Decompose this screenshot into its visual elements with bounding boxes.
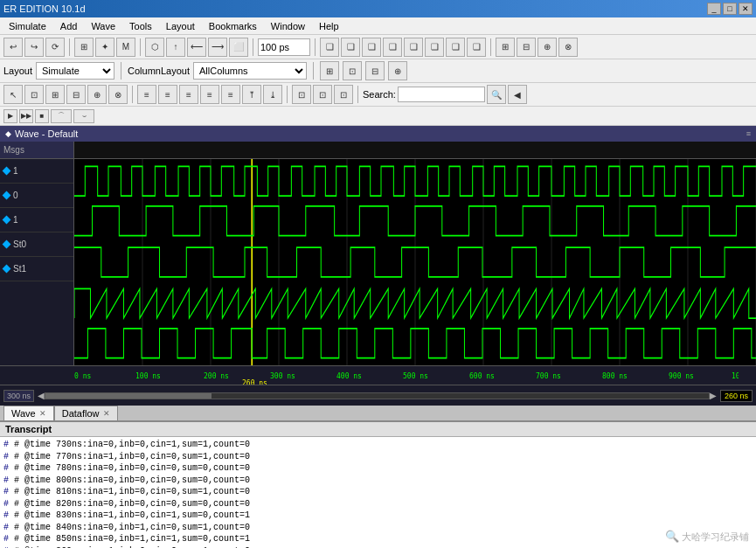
sig-btn12[interactable]: ⤓ [263, 85, 282, 104]
tb-btn9[interactable]: ⊞ [496, 38, 515, 57]
menu-layout[interactable]: Layout [159, 19, 202, 33]
layout-select[interactable]: Simulate [36, 62, 114, 80]
cursor-btn[interactable]: ↖ [3, 85, 23, 104]
m-button[interactable]: M [116, 38, 135, 57]
svg-text:500 ns: 500 ns [403, 372, 428, 380]
scrollbar[interactable] [45, 392, 710, 399]
transcript-line-1: # # @time 770ns:ina=1,inb=0,cin=0,sum=1,… [3, 451, 753, 463]
msgs-header: Msgs [3, 145, 24, 155]
sep4 [315, 38, 316, 56]
sig-btn6[interactable]: ≡ [137, 85, 156, 104]
signal-item-3[interactable]: St0 [0, 232, 73, 257]
sig-btn10[interactable]: ≡ [221, 85, 240, 104]
left-button[interactable]: ⟵ [187, 38, 206, 57]
tb-btn8[interactable]: ❑ [467, 38, 486, 57]
maximize-button[interactable]: □ [723, 3, 737, 15]
sig-btn4[interactable]: ⊕ [87, 85, 107, 104]
menu-bookmarks[interactable]: Bookmarks [202, 19, 264, 33]
menu-help[interactable]: Help [312, 19, 346, 33]
svg-text:100: 100 [732, 372, 739, 380]
sig-btn14[interactable]: ⊡ [313, 85, 332, 104]
menu-tools[interactable]: Tools [122, 19, 159, 33]
small-toolbar: ▶ ▶▶ ■ ⌒ ⌣ [0, 107, 756, 126]
tab-dataflow[interactable]: Dataflow ✕ [54, 406, 118, 420]
sig-btn11[interactable]: ⤒ [242, 85, 261, 104]
cursor-time-display: 260 ns [720, 390, 753, 402]
tb-btn6[interactable]: ❑ [425, 38, 444, 57]
tab-bar: Wave ✕ Dataflow ✕ [0, 406, 756, 421]
zoom-label: 300 ns [7, 392, 31, 400]
layout-btn1[interactable]: ⊞ [320, 61, 339, 80]
sig-btn7[interactable]: ≡ [158, 85, 177, 104]
column-layout-label: ColumnLayout [128, 66, 190, 76]
titlebar: ER EDITION 10.1d _ □ ✕ [0, 0, 756, 17]
signal-item-1[interactable]: 0 [0, 184, 73, 208]
refresh-button[interactable]: ⟳ [45, 38, 65, 57]
scrollbar-thumb[interactable] [45, 393, 212, 399]
search-prev[interactable]: ◀ [508, 85, 527, 104]
wave-btn2[interactable]: ⌣ [73, 109, 94, 123]
sig-btn8[interactable]: ≡ [179, 85, 198, 104]
close-button[interactable]: ✕ [739, 3, 753, 15]
sig-btn13[interactable]: ⊡ [292, 85, 311, 104]
sig-btn15[interactable]: ⊡ [334, 85, 353, 104]
layout-btn3[interactable]: ⊟ [365, 61, 385, 80]
svg-text:260 ns: 260 ns [242, 379, 267, 385]
tb-btn11[interactable]: ⊕ [538, 38, 557, 57]
sep-sig1 [132, 86, 133, 103]
sig-btn2[interactable]: ⊞ [45, 85, 65, 104]
time-input[interactable] [258, 38, 310, 56]
stop-button[interactable]: ⬜ [229, 38, 248, 57]
svg-text:700 ns: 700 ns [536, 372, 561, 380]
sig-btn5[interactable]: ⊗ [108, 85, 128, 104]
transcript-line-2: # # @time 780ns:ina=0,inb=0,cin=0,sum=0,… [3, 462, 753, 475]
prev-btn[interactable]: ◀ [38, 391, 45, 400]
tb-btn4[interactable]: ❑ [383, 38, 402, 57]
stop-btn2[interactable]: ■ [35, 109, 49, 123]
signal-item-4[interactable]: St1 [0, 257, 73, 281]
sep-layout [121, 62, 121, 80]
next-btn[interactable]: ▶ [710, 391, 717, 400]
tb-btn3[interactable]: ❑ [362, 38, 381, 57]
tb-btn5[interactable]: ❑ [404, 38, 423, 57]
star-button[interactable]: ✦ [95, 38, 114, 57]
sig-btn9[interactable]: ≡ [200, 85, 219, 104]
tab-dataflow-label: Dataflow [62, 408, 100, 419]
tb-btn12[interactable]: ⊗ [558, 38, 578, 57]
hex-button[interactable]: ⬡ [145, 38, 164, 57]
waveform-area [74, 142, 756, 365]
search-btn[interactable]: 🔍 [487, 85, 506, 104]
signal-name-3: St0 [13, 239, 26, 249]
column-layout-select[interactable]: AllColumns [193, 62, 307, 80]
sig-btn3[interactable]: ⊟ [66, 85, 86, 104]
ff-btn[interactable]: ▶▶ [19, 109, 33, 123]
wave-btn1[interactable]: ⌒ [51, 109, 72, 123]
right-button[interactable]: ⟶ [208, 38, 227, 57]
tab-wave[interactable]: Wave ✕ [3, 406, 54, 420]
redo-button[interactable]: ↪ [24, 38, 44, 57]
undo-button[interactable]: ↩ [3, 38, 23, 57]
tb-btn10[interactable]: ⊟ [517, 38, 536, 57]
tab-wave-close[interactable]: ✕ [39, 409, 46, 418]
menu-simulate[interactable]: Simulate [2, 19, 53, 33]
search-input[interactable] [398, 87, 485, 102]
grid-button[interactable]: ⊞ [74, 38, 94, 57]
menu-add[interactable]: Add [53, 19, 85, 33]
layout-btn2[interactable]: ⊡ [343, 61, 362, 80]
minimize-button[interactable]: _ [707, 3, 721, 15]
menu-wave[interactable]: Wave [84, 19, 122, 33]
tb-btn7[interactable]: ❑ [446, 38, 465, 57]
play-btn[interactable]: ▶ [3, 109, 17, 123]
tb-btn2[interactable]: ❑ [341, 38, 360, 57]
up-button[interactable]: ↑ [166, 38, 185, 57]
menu-window[interactable]: Window [264, 19, 312, 33]
sep3 [253, 38, 253, 56]
signal-item-0[interactable]: 1 [0, 159, 73, 184]
signal-item-2[interactable]: 1 [0, 208, 73, 232]
tab-dataflow-close[interactable]: ✕ [103, 409, 110, 418]
layout-btn4[interactable]: ⊕ [388, 61, 407, 80]
waveform-svg [74, 159, 756, 365]
tb-btn1[interactable]: ❑ [320, 38, 339, 57]
sig-btn1[interactable]: ⊡ [24, 85, 44, 104]
transcript-line-7: # # @time 840ns:ina=0,inb=1,cin=0,sum=1,… [3, 522, 753, 534]
